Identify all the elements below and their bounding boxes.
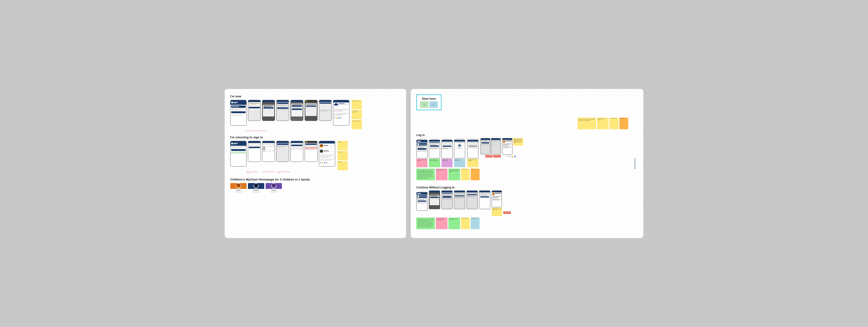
sticky-login-4: Email sent confirm <box>461 169 470 180</box>
note-top-1: Why did we switch to MyChart approach in… <box>578 118 596 129</box>
note-top-3: Touch ID vs Face ID <box>610 118 618 129</box>
phone-continue-5 <box>467 191 478 209</box>
phone-continue-1 <box>416 192 428 211</box>
phone-launch <box>416 140 428 158</box>
annotation-return-2: An arrow calling the login screen <box>262 171 276 173</box>
flow-log-in-title: Log in <box>416 133 628 137</box>
sticky-return-3: Password <box>338 161 348 170</box>
sticky-login-5: Reset link <box>471 169 479 180</box>
start-here-title: Start here <box>422 97 436 100</box>
phone-new-3 <box>262 100 275 121</box>
continue-launch-label: Start screen <box>420 191 425 192</box>
phone-new-2 <box>248 100 261 121</box>
right-content: Start here Newuser Return-ing Why did we… <box>416 94 628 233</box>
section-new-users: I'm new <box>230 94 401 131</box>
phone-new-5 <box>290 100 303 121</box>
phone-forgot-pw <box>467 140 478 158</box>
updated-badge-2: UPDATED <box>493 155 501 158</box>
phone-new-7 <box>319 100 332 121</box>
sticky-forgot-pw: Reset password email sent confirmation <box>467 159 478 167</box>
childrens-sidebar: Childrens <box>632 94 638 233</box>
phone-login <box>429 140 440 158</box>
phone-continue-4 <box>454 191 465 209</box>
phone-home <box>230 100 247 126</box>
login-stickies-row: We must emphasize the Children's support… <box>416 169 628 180</box>
workspace: I'm new <box>225 89 643 238</box>
phone-new-4 <box>276 100 289 121</box>
profile-card-1: Ru'bens <box>230 183 247 199</box>
phone-continue-2 <box>429 191 440 209</box>
annotation-return-3: An arrow calling the biometric screen <box>278 171 292 173</box>
phone-detail-2 <box>491 138 501 155</box>
phone-new-8: ☰ 🔔 👤 ⚙ <box>333 100 349 126</box>
profile-card-2: Alexandra <box>248 183 264 199</box>
profile-card-3: Andrens <box>266 183 282 199</box>
phone-continue-7 <box>492 191 502 207</box>
biometric-label: Sign in via biometric <box>456 138 464 139</box>
sticky-login-2: How can we facilitate the login <box>436 169 447 180</box>
section-returning: I'm returning to sign in <box>230 136 401 173</box>
updated-badge-continue: UPDATED <box>503 212 511 214</box>
continue-launch-group: Start screen <box>416 191 428 211</box>
forgot-pw-label: Forgot password/send request <box>467 138 479 139</box>
icon-home: ⊞ <box>507 156 508 158</box>
start-here-box: Start here Newuser Return-ing <box>416 94 441 110</box>
profile-cards-row: Ru'bens Alexandra <box>230 183 401 199</box>
returning-phone-row: {} <box>230 141 401 170</box>
childrens-text: Childrens <box>634 158 636 169</box>
phone-return-7: ⚠ <box>319 141 335 166</box>
icon-person: 👤 <box>514 156 516 158</box>
phone-biometric <box>454 140 465 158</box>
continue-last-group: If they are not new, can they still retr… <box>492 191 502 216</box>
sticky-continue-2: Allow users to explore without logging i… <box>436 218 447 229</box>
flow-continue-title: Continue Without Logging In <box>416 186 628 189</box>
new-annotations: We're testing Quick actions tile Same da… <box>230 130 401 131</box>
sticky-return-2: Email entry <box>338 151 348 160</box>
phone-return-home <box>230 141 247 166</box>
updated-badge-1: UPDATED <box>486 155 493 158</box>
login-label: Log in screen <box>432 138 437 139</box>
forgot-pw-group: Forgot password/send request <box>467 138 479 167</box>
bottom-icons: ⊞ ★ 🔔 👤 ⋯ <box>502 156 523 158</box>
phone-right-1 <box>502 138 513 155</box>
phone-return-4 <box>276 141 289 162</box>
sticky-continue-lg-1: The guest experience is a primary need f… <box>416 218 435 229</box>
start-card-new: Newuser <box>420 101 428 108</box>
phone-detail-1 <box>480 138 490 155</box>
phone-email-signin <box>441 140 453 158</box>
sticky-new-3: Quick access feature <box>352 120 362 129</box>
phone-return-6 <box>305 141 317 162</box>
launch-screen-group: Launch screen <box>416 138 428 167</box>
sticky-launch: First time user experience and onboardin… <box>416 159 428 167</box>
phone-continue-3 <box>441 191 453 209</box>
top-right-notes: Why did we switch to MyChart approach in… <box>416 118 628 129</box>
note-top-2: Secure login method preference <box>597 118 609 129</box>
sticky-continue-4: Guest mode benefits <box>461 218 470 229</box>
launch-label: Launch screen <box>419 138 425 139</box>
phone-continue-6 <box>479 191 490 209</box>
sticky-login-3: User goes through forgot password flow a… <box>448 169 460 180</box>
annotation-new-1: We're testing <box>247 130 252 131</box>
flow-continue: Continue Without Logging In Start screen <box>416 186 628 229</box>
sticky-return-1: Sign in flow <box>338 141 348 150</box>
email-signin-group: Sign in via email <box>441 138 453 167</box>
sticky-continue-1: If they are not new, can they still retr… <box>492 208 502 216</box>
flow-log-in: Log in Launch screen <box>416 133 628 180</box>
phone-return-3: {} <box>262 141 275 162</box>
section-homepage: Children's MyChart Homepage for 3 childr… <box>230 178 401 199</box>
sticky-right-1: If they are not new, can they still have… <box>513 138 523 145</box>
sticky-login: User taps "Sign In" and is directed to s… <box>429 159 440 167</box>
sticky-biometric: Face ID / Touch ID authentication <box>454 159 465 167</box>
icon-star: ★ <box>509 156 510 158</box>
section-homepage-title: Children's MyChart Homepage for 3 childr… <box>230 178 401 181</box>
icon-bell: 🔔 <box>511 156 513 158</box>
start-here-cards: Newuser Return-ing <box>420 101 438 108</box>
annotation-new-2: Quick actions tile <box>253 130 260 131</box>
sticky-email-signin: Email & password authentication flow <box>441 159 453 167</box>
updated-badges: UPDATED UPDATED <box>480 155 501 158</box>
right-side-phones: If they are not new, can they still have… <box>502 138 523 158</box>
annotation-new-3: Same day care <box>261 130 267 131</box>
phone-return-2 <box>248 141 261 162</box>
continue-stickies-row: The guest experience is a primary need f… <box>416 218 628 229</box>
new-users-phone-row: ☰ 🔔 👤 ⚙ We're here for you Locate a near… <box>230 100 401 129</box>
